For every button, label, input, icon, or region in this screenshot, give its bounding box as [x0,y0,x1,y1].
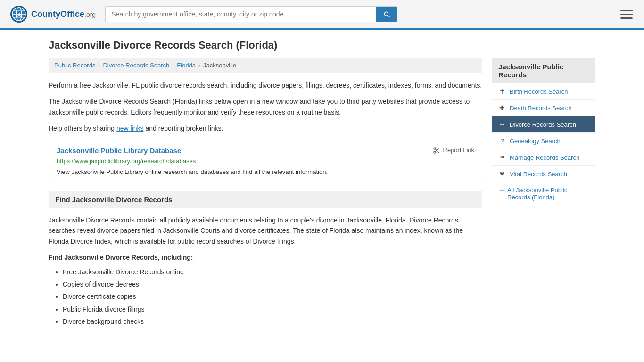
sidebar-item-vital-label: Vital Records Search [510,171,567,178]
sidebar-item-genealogy-label: Genealogy Search [510,138,561,145]
link-card-title[interactable]: Jacksonville Public Library Database [57,147,181,155]
page-title: Jacksonville Divorce Records Search (Flo… [49,39,595,51]
link-card-desc: View Jacksonville Public Library online … [57,167,474,177]
breadcrumb-florida[interactable]: Florida [177,62,196,69]
sidebar-item-vital-records[interactable]: ❤ Vital Records Search [492,166,595,182]
svg-point-9 [434,151,436,153]
hamburger-menu-button[interactable] [619,8,635,21]
sidebar-item-marriage-label: Marriage Records Search [510,154,579,161]
sidebar-item-birth-label: Birth Records Search [510,88,568,95]
breadcrumb-jacksonville: Jacksonville [203,62,236,69]
link-card: Jacksonville Public Library Database Rep… [49,140,482,184]
genealogy-icon: ? [498,137,506,145]
report-link-button[interactable]: Report Link [433,147,474,154]
logo-icon [9,5,28,24]
breadcrumb: Public Records › Divorce Records Search … [49,58,482,73]
find-items-list: Free Jacksonville Divorce Records online… [49,267,482,327]
new-links-link[interactable]: new links [116,124,144,132]
description-para-2: The Jacksonville Divorce Records Search … [49,96,482,117]
find-section-header: Find Jacksonville Divorce Records [49,191,482,208]
sidebar-title: Jacksonville Public Records [492,58,595,83]
sidebar-item-divorce-label: Divorce Records Search [510,121,576,128]
desc-para-3-suffix: and reporting broken links. [144,124,223,132]
menu-line-2 [620,14,633,15]
logo-name: CountyOffice.org [31,9,96,19]
logo-suffix: .org [84,11,96,18]
marriage-icon: ⚭ [498,154,506,161]
search-input[interactable] [106,7,376,22]
vital-icon: ❤ [498,170,506,178]
svg-line-12 [435,149,437,150]
divorce-icon: ↔ [498,121,506,128]
sidebar-item-marriage-records[interactable]: ⚭ Marriage Records Search [492,149,595,166]
description-para-1: Perform a free Jacksonville, FL public d… [49,80,482,90]
breadcrumb-sep-2: › [172,62,174,69]
find-section-para: Jacksonville Divorce Records contain all… [49,215,482,247]
all-records-label: All Jacksonville Public Records (Florida… [507,187,589,201]
description-para-3: Help others by sharing new links and rep… [49,123,482,133]
site-logo[interactable]: CountyOffice.org [9,5,96,24]
link-card-header: Jacksonville Public Library Database Rep… [57,147,474,155]
report-link-label: Report Link [443,147,474,154]
list-item: Divorce certificate copies [63,291,482,302]
svg-point-8 [434,148,436,149]
breadcrumb-public-records[interactable]: Public Records [54,62,95,69]
svg-line-11 [437,151,439,153]
link-card-url[interactable]: https://www.jaxpubliclibrary.org/researc… [57,157,474,165]
sidebar-item-death-records[interactable]: ✚ Death Records Search [492,100,595,116]
page-wrapper: Jacksonville Divorce Records Search (Flo… [39,30,605,340]
desc-para-3-prefix: Help others by sharing [49,124,116,132]
breadcrumb-divorce-records-search[interactable]: Divorce Records Search [103,62,169,69]
sidebar-item-death-label: Death Records Search [510,105,572,112]
sidebar: Jacksonville Public Records ✝ Birth Reco… [492,58,595,205]
site-header: CountyOffice.org [0,0,644,30]
breadcrumb-sep-3: › [198,62,200,69]
breadcrumb-sep-1: › [98,62,100,69]
list-item: Free Jacksonville Divorce Records online [63,267,482,277]
all-records-arrow: → [498,187,504,194]
menu-line-3 [620,17,633,19]
sidebar-item-genealogy[interactable]: ? Genealogy Search [492,133,595,149]
find-section-title: Find Jacksonville Divorce Records [55,196,476,204]
search-button[interactable] [376,7,397,22]
sidebar-item-birth-records[interactable]: ✝ Birth Records Search [492,83,595,100]
sidebar-item-divorce-records[interactable]: ↔ Divorce Records Search [492,116,595,133]
find-section-subtitle: Find Jacksonville Divorce Records, inclu… [49,252,482,263]
all-records-link[interactable]: → All Jacksonville Public Records (Flori… [492,182,595,205]
search-bar [105,6,397,22]
list-item: Public Florida divorce filings [63,304,482,314]
list-item: Copies of divorce decrees [63,279,482,289]
main-content: Public Records › Divorce Records Search … [49,58,482,331]
death-icon: ✚ [498,104,506,112]
list-item: Divorce background checks [63,316,482,327]
search-icon [383,10,390,18]
menu-line-1 [620,10,633,11]
scissors-icon [433,147,440,154]
birth-icon: ✝ [498,88,506,95]
content-layout: Public Records › Divorce Records Search … [49,58,595,331]
